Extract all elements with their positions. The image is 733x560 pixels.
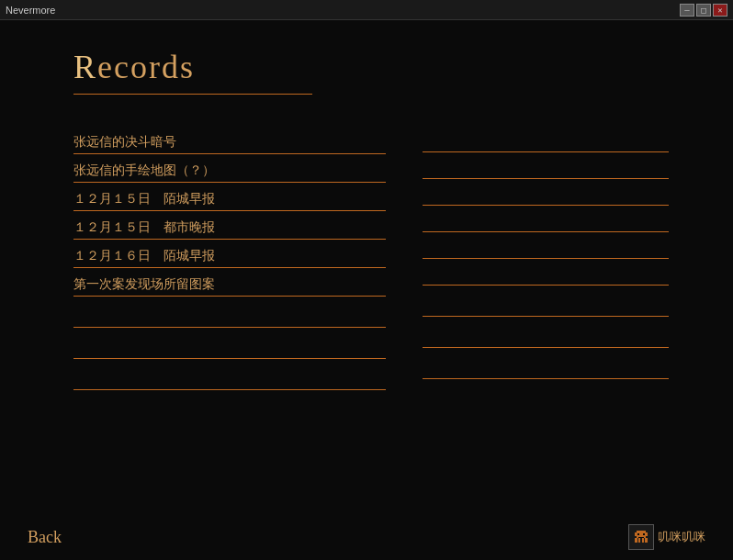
close-button[interactable]: ✕ [713, 4, 727, 17]
list-item: １２月１５日 都市晚报 [73, 217, 386, 240]
logo-icon [628, 524, 654, 550]
right-list-item [423, 211, 669, 232]
title-capital: R [73, 49, 97, 85]
list-item: 张远信的决斗暗号 [73, 131, 386, 154]
title-bar: Nevermore – □ ✕ [0, 0, 733, 20]
right-list-item [423, 238, 669, 259]
divider [423, 258, 669, 259]
record-link-5[interactable]: １２月１６日 陌城早报 [73, 245, 386, 267]
list-item: １２月１６日 陌城早报 [73, 245, 386, 268]
divider [73, 210, 386, 211]
record-link-3[interactable]: １２月１５日 陌城早报 [73, 188, 386, 210]
divider [423, 378, 669, 379]
record-link-4[interactable]: １２月１５日 都市晚报 [73, 217, 386, 239]
right-empty-row [423, 322, 669, 348]
divider [423, 205, 669, 206]
window-controls: – □ ✕ [680, 4, 727, 17]
window-title: Nevermore [6, 5, 55, 16]
svg-rect-2 [635, 532, 637, 536]
main-content: Records 张远信的决斗暗号 张远信的手绘地图（？） １２月１５日 陌城早报… [0, 20, 733, 423]
record-link-1[interactable]: 张远信的决斗暗号 [73, 131, 386, 153]
divider [73, 389, 386, 390]
right-empty-row [423, 291, 669, 317]
empty-row [73, 333, 386, 359]
svg-rect-10 [645, 538, 648, 543]
divider [73, 153, 386, 154]
list-item: １２月１５日 陌城早报 [73, 188, 386, 211]
maximize-button[interactable]: □ [696, 4, 711, 17]
divider [73, 327, 386, 328]
divider [73, 296, 386, 297]
right-record-1 [423, 131, 669, 151]
svg-rect-13 [644, 538, 645, 543]
empty-row [73, 364, 386, 390]
right-list-item [423, 264, 669, 286]
list-item: 第一次案发现场所留图案 [73, 274, 386, 297]
divider [73, 358, 386, 359]
list-item: 张远信的手绘地图（？） [73, 160, 386, 183]
svg-rect-12 [640, 538, 642, 543]
divider [423, 285, 669, 286]
svg-rect-4 [637, 533, 639, 535]
right-record-2 [423, 158, 669, 178]
svg-rect-7 [635, 538, 637, 543]
divider [423, 231, 669, 232]
divider [73, 267, 386, 268]
logo: 叽咪叽咪 [628, 524, 705, 550]
record-link-2[interactable]: 张远信的手绘地图（？） [73, 160, 386, 182]
title-underline [73, 94, 312, 95]
record-link-6[interactable]: 第一次案发现场所留图案 [73, 274, 386, 296]
left-column: 张远信的决斗暗号 张远信的手绘地图（？） １２月１５日 陌城早报 １２月１５日 … [73, 131, 386, 396]
right-list-item [423, 131, 669, 152]
svg-rect-6 [638, 537, 644, 538]
right-record-5 [423, 238, 669, 258]
svg-rect-3 [646, 532, 648, 536]
right-record-6 [423, 264, 669, 285]
svg-rect-5 [643, 533, 645, 535]
empty-row [73, 302, 386, 328]
logo-svg [629, 525, 653, 549]
divider [423, 347, 669, 348]
title-rest: ecords [97, 49, 195, 85]
svg-rect-9 [642, 538, 644, 543]
bottom-bar: Back 叽咪叽咪 [0, 514, 733, 560]
right-empty-row [423, 353, 669, 379]
divider [423, 151, 669, 152]
right-list-item [423, 185, 669, 206]
right-column [423, 131, 669, 396]
svg-rect-8 [638, 538, 640, 543]
svg-rect-11 [637, 538, 638, 543]
divider [423, 178, 669, 179]
records-layout: 张远信的决斗暗号 张远信的手绘地图（？） １２月１５日 陌城早报 １２月１５日 … [73, 131, 669, 396]
divider [423, 316, 669, 317]
right-list-item [423, 158, 669, 179]
page-title: Records [73, 48, 669, 86]
right-record-3 [423, 185, 669, 205]
divider [73, 239, 386, 240]
right-record-4 [423, 211, 669, 231]
back-button[interactable]: Back [28, 528, 62, 547]
minimize-button[interactable]: – [680, 4, 694, 17]
divider [73, 182, 386, 183]
logo-label: 叽咪叽咪 [658, 529, 705, 545]
